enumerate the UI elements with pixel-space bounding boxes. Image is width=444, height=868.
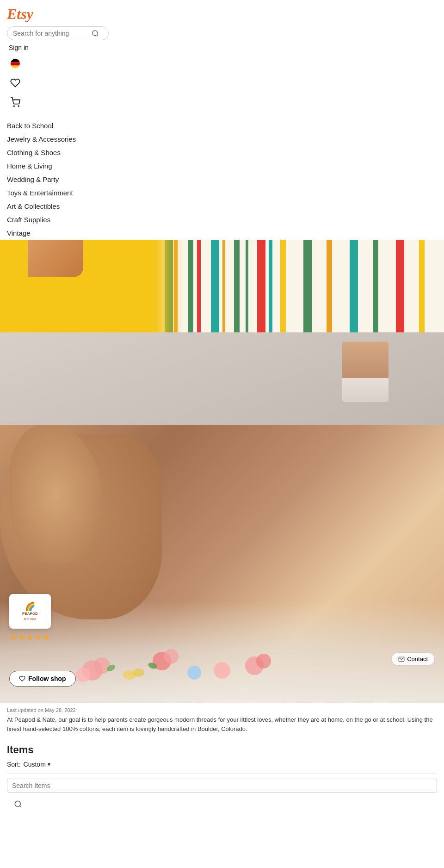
chevron-down-icon: ▾ [48,761,50,768]
last-updated-text: Last updated on May 28, 2022 [7,707,437,713]
svg-rect-17 [373,240,378,332]
shop-hero-image: 🌈 PEAPODand nate ★ ★ ★ ★ ★ Contact Follo… [0,425,444,703]
follow-shop-label: Follow shop [28,675,66,682]
hero-gray-image [0,332,444,425]
svg-rect-13 [280,240,286,332]
items-title: Items [7,744,437,756]
search-bar [7,26,109,40]
svg-rect-12 [257,240,265,332]
svg-point-6 [18,106,19,106]
svg-point-29 [164,649,179,664]
svg-rect-19 [419,240,425,332]
svg-point-38 [15,801,20,806]
divider [7,774,437,774]
svg-point-36 [214,662,230,679]
contact-button[interactable]: Contact [391,652,435,666]
svg-point-31 [133,668,144,677]
svg-rect-9 [188,240,193,332]
svg-line-39 [19,806,21,807]
svg-rect-3 [11,62,20,65]
nav-item-wedding[interactable]: Wedding & Party [0,173,444,186]
svg-rect-14 [303,240,312,332]
sort-label: Sort: [7,761,21,768]
shop-description-area: Last updated on May 28, 2022 At Peapod &… [0,703,444,737]
icon-row [7,57,437,109]
star-3: ★ [26,632,33,643]
svg-line-1 [97,35,98,36]
shop-rating: ★ ★ ★ ★ ★ [9,632,50,643]
search-button[interactable] [92,30,99,37]
hero-stripe-image [0,240,444,332]
nav-item-jewelry[interactable]: Jewelry & Accessories [0,132,444,146]
main-nav: Back to School Jewelry & Accessories Clo… [0,119,444,240]
svg-point-27 [76,668,91,682]
star-4: ★ [34,632,42,643]
bottom-search-row [7,796,437,812]
star-5: ★ [43,632,50,643]
sort-row: Sort: Custom ▾ [7,761,437,768]
svg-rect-16 [350,240,358,332]
svg-rect-4 [11,66,20,69]
nav-item-home[interactable]: Home & Living [0,159,444,173]
nav-item-art[interactable]: Art & Collectibles [0,200,444,213]
star-2: ★ [18,632,25,643]
nav-item-toys[interactable]: Toys & Entertainment [0,186,444,200]
shop-logo: 🌈 PEAPODand nate [9,594,51,629]
header: Etsy Sign in [0,0,444,119]
nav-item-craft[interactable]: Craft Supplies [0,213,444,226]
sort-value: Custom [24,761,46,768]
svg-point-37 [187,666,201,680]
svg-point-26 [93,657,110,674]
search-items-input[interactable] [12,782,432,789]
follow-shop-button[interactable]: Follow shop [9,671,76,687]
search-input[interactable] [13,30,92,37]
nav-item-back-to-school[interactable]: Back to School [0,119,444,132]
search-items-icon[interactable] [14,800,22,808]
svg-rect-18 [396,240,404,332]
shop-description-text: At Peapod & Nate, our goal is to help pa… [7,715,437,733]
cart-icon[interactable] [9,96,22,109]
svg-rect-24 [269,240,272,332]
svg-rect-15 [327,240,332,332]
sort-dropdown[interactable]: Custom ▾ [24,761,50,768]
svg-rect-11 [234,240,240,332]
flag-icon[interactable] [9,57,22,70]
etsy-logo[interactable]: Etsy [7,6,437,23]
svg-rect-23 [246,240,248,332]
star-1: ★ [9,632,17,643]
svg-rect-21 [197,240,201,332]
items-section: Items Sort: Custom ▾ [0,737,444,817]
svg-point-5 [13,106,14,106]
search-items-bar [7,779,437,793]
nav-item-clothing[interactable]: Clothing & Shoes [0,146,444,159]
svg-point-0 [92,31,98,36]
nav-item-vintage[interactable]: Vintage [0,226,444,240]
svg-rect-22 [222,240,225,332]
svg-rect-2 [11,59,20,62]
svg-point-35 [256,654,271,668]
favorites-icon[interactable] [9,76,22,89]
sign-in-link[interactable]: Sign in [9,44,437,51]
svg-rect-10 [211,240,219,332]
